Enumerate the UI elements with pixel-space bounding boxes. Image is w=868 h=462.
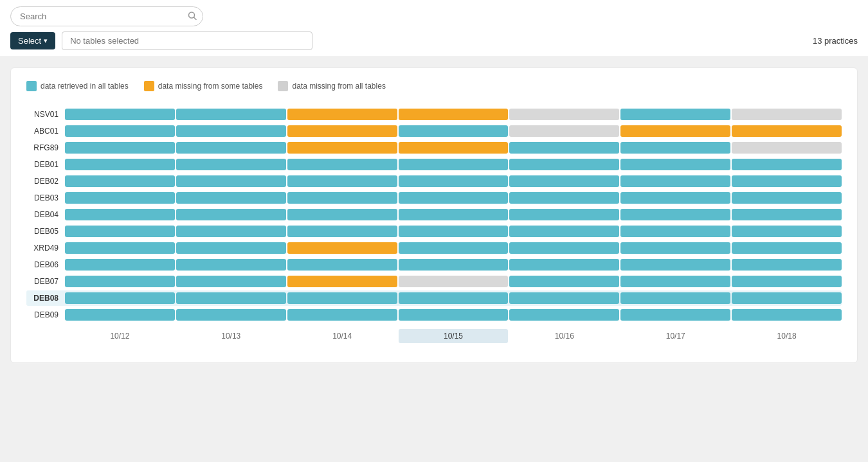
legend-label-missing-some: data missing from some tables	[158, 82, 263, 91]
row-label-nsv01: NSV01	[26, 110, 65, 119]
bar-cell	[176, 159, 286, 170]
bar-cell	[732, 309, 842, 321]
chart-row-rfg89[interactable]: RFG89	[26, 140, 842, 155]
bar-cell	[509, 292, 619, 304]
chart-row-deb04[interactable]: DEB04	[26, 207, 842, 222]
bar-cell	[176, 276, 286, 287]
bar-cell	[65, 226, 175, 237]
bar-cell	[65, 125, 175, 137]
chart-row-deb05[interactable]: DEB05	[26, 224, 842, 239]
bar-cell	[732, 109, 842, 120]
practices-count: 13 practices	[813, 36, 858, 46]
bars-deb08	[65, 292, 842, 304]
legend-label-missing-all: data missing from all tables	[292, 82, 385, 91]
search-input[interactable]	[10, 6, 203, 26]
bar-cell	[399, 292, 509, 304]
bar-cell	[176, 142, 286, 154]
bars-rfg89	[65, 142, 842, 154]
bar-cell	[176, 192, 286, 204]
bar-cell	[732, 226, 842, 237]
bar-cell	[620, 309, 730, 321]
bar-cell	[65, 159, 175, 170]
bar-cell	[176, 125, 286, 137]
bars-deb06	[65, 259, 842, 271]
chart-row-deb07[interactable]: DEB07	[26, 274, 842, 289]
bar-cell	[287, 109, 397, 120]
chart-row-deb02[interactable]: DEB02	[26, 173, 842, 189]
chart-row-deb01[interactable]: DEB01	[26, 157, 842, 172]
bar-cell	[287, 242, 397, 254]
bar-cell	[732, 175, 842, 187]
bar-cell	[65, 242, 175, 254]
chart-row-deb03[interactable]: DEB03	[26, 190, 842, 206]
bars-deb03	[65, 192, 842, 204]
bar-cell	[65, 142, 175, 154]
bars-deb09	[65, 309, 842, 321]
select-button[interactable]: Select	[10, 32, 55, 49]
row-label-deb08: DEB08	[26, 294, 65, 303]
bar-cell	[732, 142, 842, 154]
date-labels: 10/1210/1310/1410/1510/1610/1710/18	[65, 329, 842, 343]
bar-cell	[287, 192, 397, 204]
chart-row-deb09[interactable]: DEB09	[26, 307, 842, 323]
bars-xrd49	[65, 242, 842, 254]
bar-cell	[620, 159, 730, 170]
legend-color-gray	[278, 81, 288, 91]
bar-cell	[399, 309, 509, 321]
row-label-xrd49: XRD49	[26, 244, 65, 253]
bar-cell	[620, 209, 730, 220]
bar-cell	[399, 259, 509, 271]
svg-line-1	[194, 17, 197, 20]
bar-cell	[65, 209, 175, 220]
bar-cell	[399, 159, 509, 170]
bar-cell	[65, 259, 175, 271]
bar-cell	[620, 259, 730, 271]
bar-cell	[732, 192, 842, 204]
row-label-deb03: DEB03	[26, 193, 65, 202]
bar-cell	[732, 159, 842, 170]
bars-deb07	[65, 276, 842, 287]
bar-cell	[509, 125, 619, 137]
bar-cell	[732, 125, 842, 137]
row-label-deb09: DEB09	[26, 310, 65, 319]
chart-row-abc01[interactable]: ABC01	[26, 123, 842, 139]
bar-cell	[509, 309, 619, 321]
chart-row-nsv01[interactable]: NSV01	[26, 107, 842, 122]
bars-nsv01	[65, 109, 842, 120]
row-label-deb06: DEB06	[26, 260, 65, 269]
row-label-abc01: ABC01	[26, 127, 65, 136]
bar-cell	[399, 226, 509, 237]
bar-cell	[620, 276, 730, 287]
legend-item-retrieved: data retrieved in all tables	[26, 81, 129, 91]
date-spacer	[26, 329, 65, 343]
bar-cell	[620, 142, 730, 154]
bar-cell	[509, 276, 619, 287]
bar-cell	[509, 192, 619, 204]
date-label-10-16: 10/16	[509, 329, 619, 343]
date-row: 10/1210/1310/1410/1510/1610/1710/18	[26, 329, 842, 343]
bar-cell	[732, 292, 842, 304]
date-label-10-14: 10/14	[287, 329, 397, 343]
bar-cell	[399, 192, 509, 204]
bar-cell	[620, 109, 730, 120]
date-label-10-15: 10/15	[399, 329, 509, 343]
bar-cell	[620, 192, 730, 204]
chart-row-deb08[interactable]: DEB08	[26, 290, 842, 306]
bar-cell	[620, 242, 730, 254]
bar-cell	[65, 175, 175, 187]
bar-cell	[509, 209, 619, 220]
search-wrapper	[10, 6, 203, 26]
chart-row-xrd49[interactable]: XRD49	[26, 240, 842, 256]
bar-cell	[176, 226, 286, 237]
bar-cell	[399, 242, 509, 254]
bar-cell	[509, 159, 619, 170]
bar-cell	[620, 226, 730, 237]
no-tables-input[interactable]	[62, 31, 312, 50]
legend-label-retrieved: data retrieved in all tables	[41, 82, 129, 91]
bar-cell	[176, 259, 286, 271]
bar-cell	[287, 259, 397, 271]
bar-cell	[176, 242, 286, 254]
bar-cell	[732, 242, 842, 254]
bar-cell	[287, 159, 397, 170]
chart-row-deb06[interactable]: DEB06	[26, 257, 842, 272]
